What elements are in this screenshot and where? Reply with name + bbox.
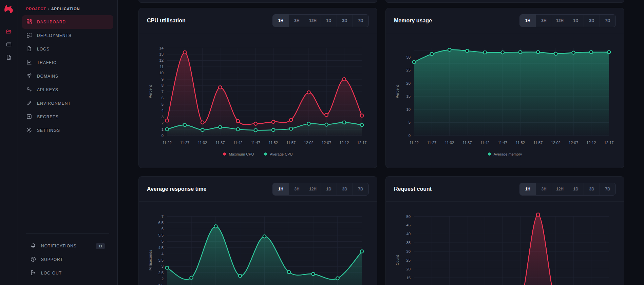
svg-text:5.5: 5.5 xyxy=(158,233,164,237)
svg-text:11:42: 11:42 xyxy=(233,141,242,145)
card-header: Memory usage1H3H12H1D3D7D xyxy=(386,8,624,33)
range-3d-button[interactable]: 3D xyxy=(584,15,600,27)
svg-text:5: 5 xyxy=(409,120,411,124)
range-12h-button[interactable]: 12H xyxy=(552,183,568,195)
sidebar-item-logs[interactable]: LOGS xyxy=(22,42,113,56)
range-1d-button[interactable]: 1D xyxy=(568,183,584,195)
range-3d-button[interactable]: 3D xyxy=(337,183,353,195)
svg-text:Percent: Percent xyxy=(395,85,399,99)
card-header: CPU utilisation1H3H12H1D3D7D xyxy=(139,8,377,33)
svg-text:11:42: 11:42 xyxy=(480,141,490,145)
sidebar-footer: NOTIFICATIONS11SUPPORTLOG OUT xyxy=(18,233,117,285)
sidebar-item-label: SECRETS xyxy=(37,115,59,119)
sidebar-item-notifications[interactable]: NOTIFICATIONS11 xyxy=(26,239,109,253)
svg-text:14: 14 xyxy=(159,46,164,50)
rail-item-credit-card[interactable] xyxy=(3,39,15,52)
range-7d-button[interactable]: 7D xyxy=(600,183,615,195)
svg-text:11:52: 11:52 xyxy=(516,141,525,145)
sidebar-item-environment[interactable]: ENVIRONMENT xyxy=(22,97,113,110)
legend-label: Maximum CPU xyxy=(229,152,254,156)
sidebar-item-support[interactable]: SUPPORT xyxy=(26,253,109,266)
card-body: 0123456789101112131411:2211:2711:3211:37… xyxy=(139,33,377,156)
svg-text:1: 1 xyxy=(162,127,164,131)
svg-text:11: 11 xyxy=(159,65,164,69)
range-12h-button[interactable]: 12H xyxy=(305,183,321,195)
range-12h-button[interactable]: 12H xyxy=(305,15,321,27)
range-3d-button[interactable]: 3D xyxy=(337,15,353,27)
svg-text:40: 40 xyxy=(406,232,411,236)
sidebar-item-label: ENVIRONMENT xyxy=(37,101,71,106)
range-1h-button[interactable]: 1H xyxy=(273,15,289,27)
dashboard-icon xyxy=(26,19,32,26)
svg-text:12:07: 12:07 xyxy=(569,141,578,145)
rail-item-code-file[interactable] xyxy=(3,52,15,64)
settings-gear-icon xyxy=(26,127,32,134)
svg-text:Count: Count xyxy=(395,255,399,265)
breadcrumb-project[interactable]: PROJECT xyxy=(26,7,46,11)
sidebar-item-traffic[interactable]: TRAFFIC xyxy=(22,56,113,69)
range-1h-button[interactable]: 1H xyxy=(520,183,536,195)
range-3h-button[interactable]: 3H xyxy=(536,183,552,195)
svg-text:4.5: 4.5 xyxy=(158,246,164,250)
sidebar-item-label: SETTINGS xyxy=(37,128,60,133)
svg-text:11:27: 11:27 xyxy=(427,141,436,145)
sidebar-item-domains[interactable]: DOMAINS xyxy=(22,69,113,83)
rail-item-folder-open[interactable] xyxy=(3,26,15,39)
legend-label: Average memory xyxy=(494,152,522,156)
domains-icon xyxy=(26,73,32,80)
range-3d-button[interactable]: 3D xyxy=(584,183,600,195)
svg-text:15: 15 xyxy=(406,94,411,98)
main-content: CPU utilisation1H3H12H1D3D7D012345678910… xyxy=(118,0,644,285)
sidebar-item-log-out[interactable]: LOG OUT xyxy=(26,266,109,280)
icon-rail xyxy=(0,0,18,285)
chart-cpu: 0123456789101112131411:2211:2711:3211:37… xyxy=(147,40,369,147)
range-7d-button[interactable]: 7D xyxy=(353,15,368,27)
range-1d-button[interactable]: 1D xyxy=(321,15,337,27)
range-7d-button[interactable]: 7D xyxy=(353,183,368,195)
sidebar-item-dashboard[interactable]: DASHBOARD xyxy=(22,15,113,29)
range-1h-button[interactable]: 1H xyxy=(273,183,289,195)
svg-text:0: 0 xyxy=(162,134,164,138)
sidebar-item-label: LOG OUT xyxy=(41,271,62,276)
app-root: PROJECT›APPLICATION DASHBOARDDEPLOYMENTS… xyxy=(0,0,644,285)
svg-text:7: 7 xyxy=(162,215,164,219)
nestjs-logo[interactable] xyxy=(3,3,15,15)
svg-text:Milliseconds: Milliseconds xyxy=(148,250,152,271)
range-1d-button[interactable]: 1D xyxy=(321,183,337,195)
range-3h-button[interactable]: 3H xyxy=(536,15,552,27)
svg-text:11:32: 11:32 xyxy=(198,141,207,145)
card-title: CPU utilisation xyxy=(147,18,186,24)
svg-text:12:02: 12:02 xyxy=(551,141,561,145)
nestjs-cat-icon xyxy=(3,3,15,15)
sidebar-item-label: API KEYS xyxy=(37,87,58,92)
sidebar-footer-nav: NOTIFICATIONS11SUPPORTLOG OUT xyxy=(22,239,113,280)
svg-text:6: 6 xyxy=(162,96,164,100)
svg-text:20: 20 xyxy=(406,81,411,85)
sidebar-item-api-keys[interactable]: API KEYS xyxy=(22,83,113,97)
range-3h-button[interactable]: 3H xyxy=(289,15,305,27)
svg-text:2: 2 xyxy=(162,121,164,125)
range-7d-button[interactable]: 7D xyxy=(600,15,615,27)
breadcrumb-application[interactable]: APPLICATION xyxy=(51,7,80,11)
range-3h-button[interactable]: 3H xyxy=(289,183,305,195)
legend-item[interactable]: Maximum CPU xyxy=(223,152,254,156)
time-range-group: 1H3H12H1D3D7D xyxy=(272,183,369,196)
sidebar-item-label: DASHBOARD xyxy=(37,20,66,24)
environment-icon xyxy=(26,100,32,107)
sidebar-item-settings[interactable]: SETTINGS xyxy=(22,124,113,137)
range-12h-button[interactable]: 12H xyxy=(552,15,568,27)
chart-card-response: Average response time1H3H12H1D3D7D00.511… xyxy=(138,176,377,285)
sidebar-item-label: DOMAINS xyxy=(37,74,58,79)
svg-text:10: 10 xyxy=(159,71,164,75)
legend-item[interactable]: Average CPU xyxy=(264,152,292,156)
svg-text:9: 9 xyxy=(162,77,164,81)
sidebar-item-deployments[interactable]: DEPLOYMENTS xyxy=(22,29,113,42)
chart-memory: 05101520253011:2211:2711:3211:3711:4211:… xyxy=(394,40,616,147)
range-1h-button[interactable]: 1H xyxy=(520,15,536,27)
range-1d-button[interactable]: 1D xyxy=(568,15,584,27)
legend-item[interactable]: Average memory xyxy=(488,152,522,156)
svg-text:5: 5 xyxy=(162,102,164,106)
svg-text:11:57: 11:57 xyxy=(286,141,296,145)
time-range-group: 1H3H12H1D3D7D xyxy=(519,183,616,196)
sidebar-item-secrets[interactable]: SECRETS xyxy=(22,110,113,124)
